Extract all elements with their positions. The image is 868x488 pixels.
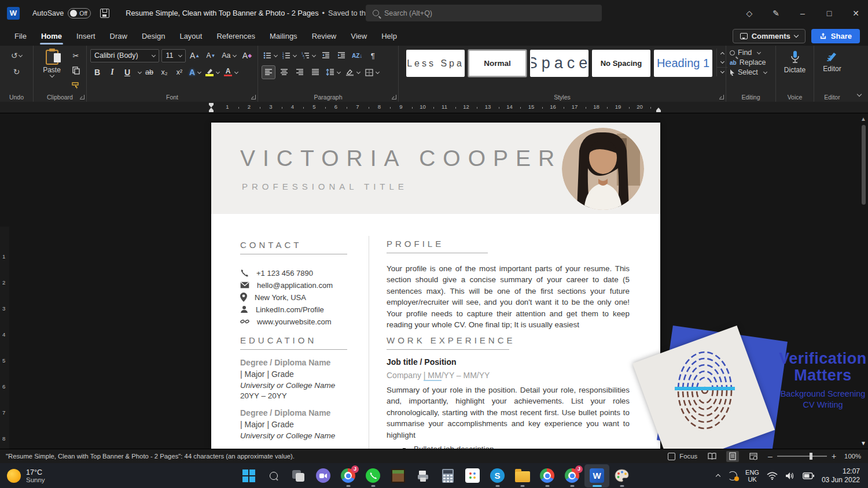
search-input[interactable]: Search (Alt+Q) bbox=[366, 5, 602, 21]
tab-layout[interactable]: Layout bbox=[173, 28, 208, 45]
profile-text[interactable]: Your profile is one of the most importan… bbox=[387, 263, 630, 330]
contact-phone[interactable]: +1 123 456 7890 bbox=[240, 267, 356, 279]
undo-icon[interactable]: ↺ bbox=[9, 49, 24, 62]
clipboard-dialog-launcher[interactable] bbox=[80, 95, 84, 99]
zoom-slider-thumb[interactable] bbox=[810, 453, 812, 460]
calculator-button[interactable] bbox=[435, 464, 460, 487]
show-hide-pilcrow-icon[interactable]: ¶ bbox=[366, 49, 380, 62]
justify-button[interactable] bbox=[308, 65, 322, 79]
select-button[interactable]: Select bbox=[730, 68, 767, 76]
zoom-in-button[interactable]: + bbox=[832, 452, 836, 461]
chat-button[interactable] bbox=[311, 464, 336, 487]
whatsapp-button[interactable] bbox=[361, 464, 385, 487]
resume-professional-title[interactable]: PROFESSIONAL TITLE bbox=[242, 182, 408, 191]
share-button[interactable]: Share bbox=[811, 29, 860, 43]
ink-pen-icon[interactable]: ✎ bbox=[764, 0, 788, 26]
education-entry[interactable]: Degree / Diploma Name | Major | Grade Un… bbox=[240, 358, 356, 400]
highlight-color-button[interactable] bbox=[204, 65, 221, 79]
align-center-button[interactable] bbox=[277, 65, 291, 79]
decrease-indent-icon[interactable] bbox=[319, 49, 333, 62]
chrome-button-1[interactable]: J bbox=[336, 464, 361, 487]
format-painter-icon[interactable] bbox=[69, 79, 83, 93]
contact-email[interactable]: hello@application.com bbox=[240, 279, 356, 291]
bullet-list-icon[interactable] bbox=[262, 49, 279, 62]
zoom-level[interactable]: 100% bbox=[844, 453, 861, 460]
minimize-button[interactable]: – bbox=[790, 0, 815, 26]
battery-icon[interactable] bbox=[803, 472, 814, 479]
tab-help[interactable]: Help bbox=[375, 28, 403, 45]
sort-icon[interactable]: AZ↓ bbox=[350, 49, 364, 62]
contact-heading[interactable]: CONTACT bbox=[240, 240, 347, 254]
scrollbar-thumb[interactable] bbox=[862, 125, 866, 205]
document-title[interactable]: Resume Simple, Clean with Top Banner & P… bbox=[126, 9, 390, 17]
vertical-ruler[interactable]: 12345678 bbox=[0, 227, 9, 449]
editor-button[interactable]: Editor bbox=[818, 49, 847, 93]
focus-mode-button[interactable]: Focus bbox=[668, 453, 697, 460]
underline-dropdown-icon[interactable] bbox=[138, 69, 142, 73]
line-spacing-button[interactable] bbox=[324, 65, 342, 79]
speaker-icon[interactable] bbox=[785, 472, 795, 480]
paste-button[interactable]: Paste bbox=[37, 49, 67, 93]
language-indicator[interactable]: ENG UK bbox=[745, 469, 759, 483]
contact-location[interactable]: New York, USA bbox=[240, 291, 356, 304]
contact-linkedin[interactable]: LinkedIn.com/Profile bbox=[240, 304, 356, 316]
autosave-toggle[interactable]: Off bbox=[68, 8, 91, 19]
education-heading[interactable]: EDUCATION bbox=[240, 335, 347, 350]
tab-mailings[interactable]: Mailings bbox=[263, 28, 304, 45]
left-indent-marker[interactable] bbox=[209, 108, 214, 112]
style-heading-1[interactable]: Heading 1 bbox=[654, 50, 712, 77]
web-layout-button[interactable] bbox=[747, 451, 760, 462]
tab-view[interactable]: View bbox=[344, 28, 373, 45]
tab-draw[interactable]: Draw bbox=[104, 28, 134, 45]
hidden-icons-chevron[interactable] bbox=[716, 474, 720, 479]
tab-file[interactable]: File bbox=[8, 28, 33, 45]
horizontal-ruler[interactable]: 1234567891011121314151617181920 bbox=[0, 102, 868, 113]
borders-button[interactable] bbox=[363, 65, 381, 79]
tab-references[interactable]: References bbox=[210, 28, 261, 45]
paragraph-dialog-launcher[interactable] bbox=[392, 95, 396, 99]
restore-button[interactable]: □ bbox=[817, 0, 841, 26]
styles-dialog-launcher[interactable] bbox=[719, 95, 724, 99]
job-title[interactable]: Job title / Position bbox=[387, 357, 630, 367]
chrome-button-2[interactable] bbox=[535, 464, 560, 487]
skype-button[interactable]: S bbox=[485, 464, 510, 487]
redo-icon[interactable]: ↻ bbox=[10, 65, 24, 79]
numbered-list-icon[interactable]: 123 bbox=[281, 49, 298, 62]
work-heading[interactable]: WORK EXPERIENCE bbox=[387, 335, 509, 350]
font-dialog-launcher[interactable] bbox=[251, 95, 256, 99]
shading-button[interactable] bbox=[344, 65, 362, 79]
change-case-button[interactable]: Aa bbox=[220, 49, 238, 62]
copy-icon[interactable] bbox=[69, 64, 83, 77]
style-no-spacing[interactable]: No Spacing bbox=[592, 50, 650, 77]
superscript-button[interactable]: x² bbox=[172, 65, 186, 79]
word-app-icon[interactable]: W bbox=[7, 7, 20, 20]
subscript-button[interactable]: x₂ bbox=[157, 65, 171, 79]
document-canvas[interactable]: 12345678 VICTORIA COOPER PROFESSIONAL TI… bbox=[0, 113, 868, 449]
word-taskbar-button[interactable]: W bbox=[584, 464, 609, 487]
premium-gem-icon[interactable]: ◇ bbox=[737, 0, 762, 26]
tab-insert[interactable]: Insert bbox=[70, 28, 102, 45]
scrollbar-up-icon[interactable]: ▲ bbox=[860, 116, 866, 122]
autosave-control[interactable]: AutoSave Off bbox=[32, 8, 91, 19]
file-explorer-button[interactable] bbox=[510, 464, 535, 487]
strikethrough-button[interactable]: ab bbox=[142, 65, 156, 79]
comments-button[interactable]: Comments bbox=[733, 29, 806, 43]
dictate-button[interactable]: Dictate bbox=[779, 49, 810, 93]
zoom-out-button[interactable]: – bbox=[768, 452, 773, 461]
underline-button[interactable]: U bbox=[120, 65, 134, 79]
scrollbar-down-icon[interactable]: ▼ bbox=[860, 440, 866, 446]
work-summary[interactable]: Summary of your role in the position. De… bbox=[387, 385, 630, 441]
find-button[interactable]: Find bbox=[730, 49, 767, 57]
close-button[interactable]: ✕ bbox=[844, 0, 868, 26]
multilevel-list-icon[interactable]: 1ai bbox=[300, 49, 317, 62]
paint-button[interactable] bbox=[609, 464, 634, 487]
fax-printer-button[interactable] bbox=[410, 464, 435, 487]
work-bullet[interactable]: Bulleted job description bbox=[387, 444, 630, 449]
chrome-button-3[interactable]: J bbox=[560, 464, 584, 487]
contact-website[interactable]: www.yourwebsite.com bbox=[240, 316, 356, 328]
right-indent-marker[interactable] bbox=[656, 108, 661, 112]
increase-indent-icon[interactable] bbox=[334, 49, 348, 62]
start-button[interactable] bbox=[236, 464, 261, 487]
tab-home[interactable]: Home bbox=[35, 28, 68, 45]
save-icon[interactable] bbox=[100, 9, 109, 18]
